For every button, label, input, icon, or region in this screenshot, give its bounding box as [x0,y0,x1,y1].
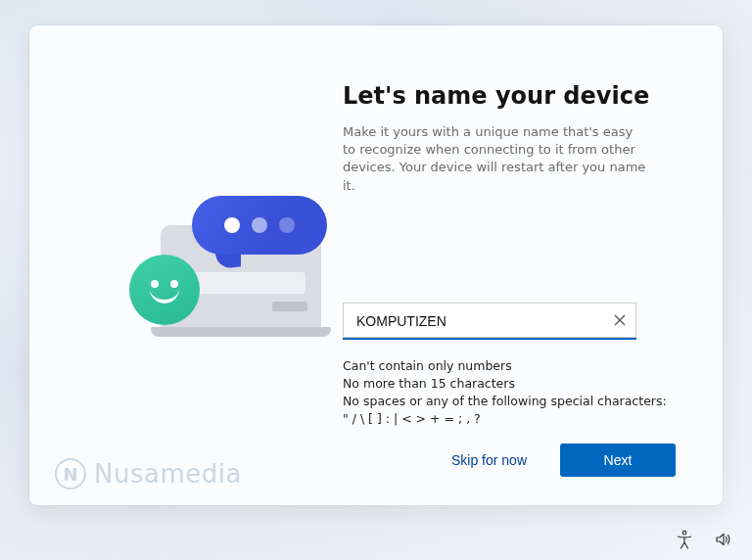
illustration-pane: N Nusamedia [29,25,343,505]
device-illustration [119,206,327,352]
volume-icon[interactable] [713,529,734,550]
device-name-field[interactable] [343,303,636,340]
name-rules: Can't contain only numbers No more than … [343,357,676,429]
rule-line: " / \ [ ] : | < > + = ; , ? [343,410,676,428]
watermark-text: Nusamedia [94,459,242,489]
accessibility-icon[interactable] [674,529,695,550]
system-tray [674,529,734,550]
watermark-logo: N [55,458,86,490]
page-title: Let's name your device [343,82,676,110]
close-icon [614,314,626,326]
rule-line: Can't contain only numbers [343,357,676,375]
page-subtitle: Make it yours with a unique name that's … [343,123,646,195]
rule-line: No spaces or any of the following specia… [343,393,676,410]
setup-card: N Nusamedia Let's name your device Make … [29,25,723,505]
skip-button[interactable]: Skip for now [438,443,540,478]
clear-input-button[interactable] [603,303,636,337]
smiley-icon [129,255,200,325]
action-row: Skip for now Next [438,443,676,478]
watermark: N Nusamedia [55,458,242,490]
svg-point-0 [682,531,686,535]
device-name-input[interactable] [343,303,603,338]
content-pane: Let's name your device Make it yours wit… [343,25,723,505]
next-button[interactable]: Next [560,443,676,477]
rule-line: No more than 15 characters [343,375,676,393]
typing-bubble-icon [192,196,327,255]
